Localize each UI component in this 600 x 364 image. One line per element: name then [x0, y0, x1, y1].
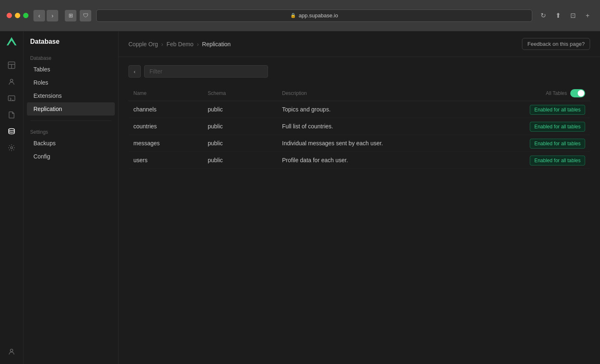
table-nav-icon[interactable] [4, 58, 19, 73]
status-badge[interactable]: Enabled for all tables [530, 105, 585, 115]
filter-input[interactable] [144, 65, 268, 78]
sidebar-item-backups[interactable]: Backups [27, 137, 115, 150]
app-container: Database Database Tables Roles Extension… [0, 31, 600, 364]
filter-row: ‹ [128, 65, 590, 78]
browser-sidebar-icons: ⊞ 🛡 [65, 10, 91, 21]
forward-button[interactable]: › [47, 10, 58, 21]
sidebar-item-config[interactable]: Config [27, 150, 115, 163]
breadcrumb-sep-1: › [161, 41, 164, 47]
col-header-name: Name [128, 86, 203, 101]
sidebar-item-roles[interactable]: Roles [27, 76, 115, 89]
settings-nav-icon[interactable] [4, 140, 19, 155]
browser-nav-buttons: ‹ › [33, 10, 58, 21]
breadcrumb-org: Copple Org [128, 41, 158, 47]
sidebar-toggle-button[interactable]: ⊞ [65, 10, 76, 21]
row-description: Full list of countries. [277, 118, 499, 135]
shield-button[interactable]: 🛡 [80, 10, 91, 21]
replication-table: Name Schema Description All Tables [128, 86, 590, 169]
row-description: Topics and groups. [277, 101, 499, 118]
feedback-button[interactable]: Feedback on this page? [522, 38, 590, 50]
terminal-nav-icon[interactable] [4, 91, 19, 106]
row-schema: public [203, 101, 277, 118]
row-status: Enabled for all tables [499, 101, 590, 118]
table-row: channels public Topics and groups. Enabl… [128, 101, 590, 118]
chrome-actions: ↻ ⬆ ⊡ + [537, 10, 593, 21]
sidebar-item-tables[interactable]: Tables [27, 63, 115, 76]
document-nav-icon[interactable] [4, 107, 19, 122]
toggle-knob [578, 90, 584, 97]
row-name: channels [128, 101, 203, 118]
status-badge[interactable]: Enabled for all tables [530, 156, 585, 165]
all-tables-toggle[interactable] [570, 89, 585, 97]
tab-button[interactable]: ⊡ [567, 10, 579, 21]
back-button[interactable]: ‹ [33, 10, 45, 21]
top-bar: Copple Org › Feb Demo › Replication Feed… [119, 31, 600, 57]
col-header-schema: Schema [203, 86, 277, 101]
row-name: countries [128, 118, 203, 135]
row-name: messages [128, 135, 203, 152]
breadcrumb-sep-2: › [197, 41, 199, 47]
database-nav-icon[interactable] [4, 124, 19, 139]
share-button[interactable]: ⬆ [552, 10, 564, 21]
breadcrumb-project: Feb Demo [166, 41, 193, 47]
lock-icon: 🔒 [290, 13, 296, 18]
row-schema: public [203, 152, 277, 169]
table-row: messages public Individual messages sent… [128, 135, 590, 152]
breadcrumb: Copple Org › Feb Demo › Replication [128, 41, 519, 47]
users-nav-icon[interactable] [4, 74, 19, 89]
user-profile-icon[interactable] [4, 344, 19, 359]
browser-chrome: ‹ › ⊞ 🛡 🔒 app.supabase.io ↻ ⬆ ⊡ + [0, 0, 600, 31]
svg-rect-6 [8, 96, 15, 101]
sidebar-item-replication[interactable]: Replication [27, 102, 115, 116]
database-section-label: Database [24, 52, 118, 63]
table-row: users public Profile data for each user.… [128, 152, 590, 169]
sidebar-item-extensions[interactable]: Extensions [27, 89, 115, 102]
col-header-description: Description [277, 86, 499, 101]
sidebar-title: Database [24, 38, 118, 52]
status-badge[interactable]: Enabled for all tables [530, 139, 585, 149]
col-header-all-tables: All Tables [499, 86, 590, 101]
address-bar[interactable]: 🔒 app.supabase.io [96, 9, 532, 22]
filter-back-button[interactable]: ‹ [128, 65, 141, 78]
refresh-button[interactable]: ↻ [537, 10, 549, 21]
icon-sidebar [0, 31, 24, 364]
new-tab-button[interactable]: + [582, 10, 593, 21]
url-text: app.supabase.io [299, 12, 338, 19]
svg-point-8 [11, 147, 13, 149]
breadcrumb-current: Replication [202, 41, 230, 47]
nav-divider [30, 121, 111, 121]
logo[interactable] [6, 36, 17, 50]
row-status: Enabled for all tables [499, 152, 590, 169]
minimize-traffic-light[interactable] [15, 13, 20, 18]
row-name: users [128, 152, 203, 169]
svg-point-7 [9, 129, 14, 131]
nav-sidebar: Database Database Tables Roles Extension… [24, 31, 119, 364]
settings-section-label: Settings [24, 126, 118, 137]
row-description: Profile data for each user. [277, 152, 499, 169]
row-status: Enabled for all tables [499, 118, 590, 135]
row-schema: public [203, 135, 277, 152]
traffic-lights [7, 13, 28, 18]
row-schema: public [203, 118, 277, 135]
status-badge[interactable]: Enabled for all tables [530, 122, 585, 132]
svg-point-5 [10, 79, 13, 82]
row-description: Individual messages sent by each user. [277, 135, 499, 152]
content-area: ‹ Name Schema Description [119, 57, 600, 364]
svg-point-9 [10, 349, 13, 352]
maximize-traffic-light[interactable] [23, 13, 28, 18]
row-status: Enabled for all tables [499, 135, 590, 152]
main-content: Copple Org › Feb Demo › Replication Feed… [119, 31, 600, 364]
table-row: countries public Full list of countries.… [128, 118, 590, 135]
close-traffic-light[interactable] [7, 13, 12, 18]
all-tables-label: All Tables [546, 90, 567, 96]
